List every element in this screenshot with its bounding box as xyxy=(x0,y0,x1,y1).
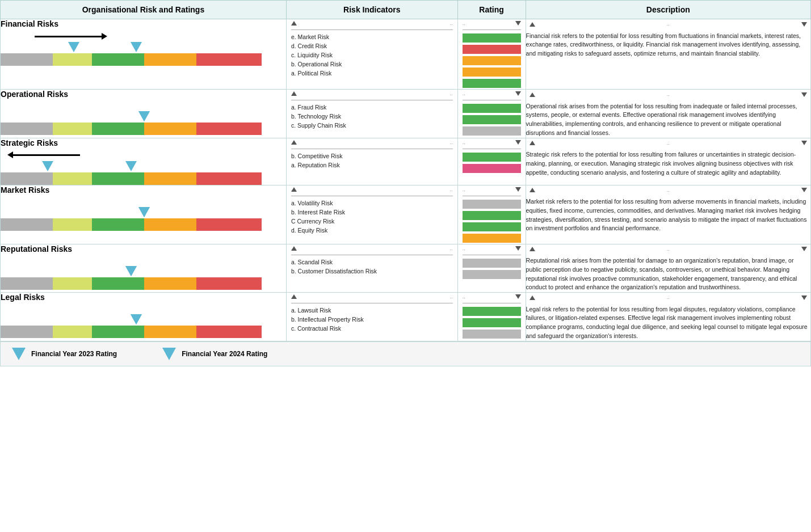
risk-indicator-strategic-0: b. Competitive Risk xyxy=(287,151,457,161)
risk-label-strategic-0: b. Competitive Risk xyxy=(291,153,453,159)
risk-sep xyxy=(291,149,453,149)
desc-arrow-down-icon xyxy=(801,141,807,145)
rating-bar-reputational-1 xyxy=(463,270,521,279)
rating-cell-header-legal: .. xyxy=(458,293,526,301)
rating-sep xyxy=(463,303,521,303)
arrow-down-icon xyxy=(515,140,521,145)
section-row-financial: Financial Risks .. e. Market Risk d. Cre… xyxy=(1,19,811,90)
gauge-seg xyxy=(53,218,92,231)
arrow-down-icon xyxy=(515,187,521,192)
rating-dots: .. xyxy=(463,187,465,192)
arrow-down-icon xyxy=(515,21,521,26)
rating-bar-operational-1 xyxy=(463,115,521,124)
rating-bar-row-financial-1 xyxy=(458,44,526,55)
rating-bar-row-market-1 xyxy=(458,210,526,221)
section-row-strategic: Strategic Risks .. b. Competitive Risk a… xyxy=(1,138,811,185)
desc-arrow-down-icon xyxy=(801,22,807,27)
risk-indicator-financial-2: c. Liquidity Risk xyxy=(287,50,457,60)
rating-bar-operational-2 xyxy=(463,126,521,136)
rating-sep xyxy=(463,196,521,196)
rating-cell-financial: .. xyxy=(457,19,526,90)
section-row-market: Market Risks .. a. Volatility Risk b. In… xyxy=(1,185,811,244)
rating-bar-row-financial-3 xyxy=(458,66,526,78)
gauge-seg xyxy=(196,326,262,338)
gauge-seg xyxy=(196,277,262,290)
gauge-seg xyxy=(53,326,92,338)
rating-bar-market-0 xyxy=(463,200,521,209)
header-col-org: Organisational Risk and Ratings xyxy=(1,1,287,19)
risk-cell-legal: .. a. Lawsuit Risk b. Intellectual Prope… xyxy=(286,293,457,341)
gauge-seg xyxy=(196,123,262,135)
risk-indicator-financial-3: b. Operational Risk xyxy=(287,60,457,69)
rating-bar-legal-0 xyxy=(463,307,521,316)
gauge-seg xyxy=(144,123,196,135)
legend-triangle-2024 xyxy=(162,348,176,360)
risk-label-reputational-0: a. Scandal Risk xyxy=(291,259,453,265)
risk-indicator-operational-0: a. Fraud Risk xyxy=(287,103,457,112)
legend-item-2024: Financial Year 2024 Rating xyxy=(162,348,267,360)
desc-text-operational: Operational risk arises from the potenti… xyxy=(526,102,810,138)
rating-dots: .. xyxy=(463,20,465,26)
rating-bar-market-1 xyxy=(463,211,521,220)
rating-cell-strategic: .. xyxy=(457,138,526,185)
risk-label-operational-2: c. Supply Chain Risk xyxy=(291,122,453,129)
desc-arrow-up-icon xyxy=(530,92,535,97)
gauge-seg xyxy=(53,277,92,290)
risk-cell-header-strategic: .. xyxy=(287,138,457,146)
risk-indicator-market-1: b. Interest Rate Risk xyxy=(287,208,457,217)
arrow-up-icon xyxy=(291,91,297,96)
risk-dots: .. xyxy=(450,140,453,145)
gauge-seg xyxy=(1,326,53,338)
desc-arrow-up-icon xyxy=(530,295,535,300)
risk-label-legal-0: a. Lawsuit Risk xyxy=(291,307,453,314)
org-cell-strategic: Strategic Risks xyxy=(1,138,287,185)
rating-cell-reputational: .. xyxy=(457,244,526,293)
gauge-seg xyxy=(1,277,53,290)
desc-arrow-up-icon xyxy=(530,188,535,192)
rating-bar-row-operational-0 xyxy=(458,103,526,114)
desc-cell-header-strategic: .. xyxy=(526,138,810,149)
gauge-seg xyxy=(92,326,144,338)
section-row-legal: Legal Risks .. a. Lawsuit Risk b. Intell… xyxy=(1,293,811,341)
risk-indicator-legal-2: c. Contractual Risk xyxy=(287,324,457,333)
desc-cell-market: .. Market risk refers to the potential f… xyxy=(526,185,810,244)
rating-bar-market-2 xyxy=(463,222,521,231)
risk-label-market-1: b. Interest Rate Risk xyxy=(291,209,453,216)
arrow-up-icon xyxy=(291,294,297,299)
desc-cell-legal: .. Legal risk refers to the potential fo… xyxy=(526,293,810,341)
rating-cell-market: .. xyxy=(457,185,526,244)
rating-bar-row-strategic-1 xyxy=(458,163,526,174)
risk-indicator-market-0: a. Volatility Risk xyxy=(287,199,457,208)
rating-bar-financial-2 xyxy=(463,56,521,65)
risk-indicator-market-2: C Currency Risk xyxy=(287,217,457,226)
arrow-up-icon xyxy=(291,187,297,192)
risk-label-financial-3: b. Operational Risk xyxy=(291,61,453,67)
rating-cell-header-operational: .. xyxy=(458,90,526,98)
gauge-seg xyxy=(144,53,196,66)
risk-dots: .. xyxy=(450,294,453,299)
gauge-seg xyxy=(144,218,196,231)
rating-dots: .. xyxy=(463,246,465,251)
desc-arrow-up-icon xyxy=(530,22,535,27)
rating-cell-header-reputational: .. xyxy=(458,244,526,252)
rating-bar-operational-0 xyxy=(463,104,521,113)
rating-bar-row-legal-1 xyxy=(458,317,526,328)
risk-dots: .. xyxy=(450,187,453,192)
arrow-left-strategic xyxy=(12,154,80,156)
risk-indicator-financial-4: a. Political Risk xyxy=(287,69,457,78)
section-title-operational: Operational Risks xyxy=(1,90,286,99)
gauge-seg xyxy=(196,53,262,66)
rating-bar-financial-0 xyxy=(463,33,521,43)
section-title-reputational: Reputational Risks xyxy=(1,244,286,254)
desc-cell-header-market: .. xyxy=(526,185,810,196)
risk-indicator-financial-1: d. Credit Risk xyxy=(287,41,457,50)
rating-bar-financial-1 xyxy=(463,45,521,54)
risk-indicator-legal-0: a. Lawsuit Risk xyxy=(287,306,457,315)
risk-dots: .. xyxy=(450,20,453,26)
risk-indicator-legal-1: b. Intellectual Property Risk xyxy=(287,315,457,324)
gauge-seg xyxy=(144,277,196,290)
rating-bar-legal-2 xyxy=(463,330,521,339)
rating-dots: .. xyxy=(463,91,465,96)
rating-bar-financial-3 xyxy=(463,67,521,77)
gauge-seg xyxy=(144,326,196,338)
